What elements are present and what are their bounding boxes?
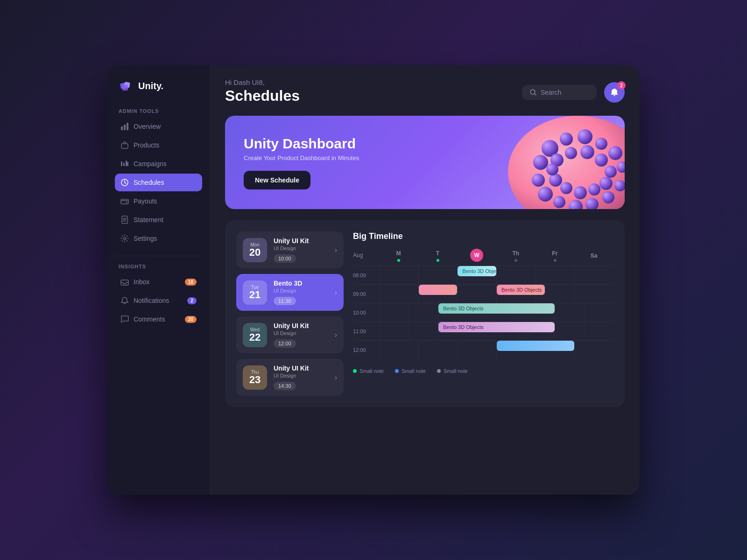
schedule-item-mon[interactable]: Mon 20 Unity UI Kit UI Design 10:00 › bbox=[236, 231, 344, 268]
timeline-cells-1000: Bento 3D Objects bbox=[379, 303, 613, 322]
schedule-item-thu[interactable]: Thu 23 Unity UI Kit UI Design 14:30 › bbox=[236, 359, 344, 396]
hero-blob bbox=[405, 116, 625, 209]
clock-icon bbox=[120, 178, 129, 187]
svg-point-37 bbox=[605, 166, 617, 178]
timeline-row-0800: 08:00 Bento 3D Objects bbox=[353, 266, 613, 284]
header-greeting: Hi Dash UI8, bbox=[225, 78, 300, 86]
sidebar-item-overview-label: Overview bbox=[134, 123, 161, 130]
sidebar-item-overview[interactable]: Overview bbox=[115, 118, 202, 135]
timeline-day-fr: Fr bbox=[536, 249, 575, 262]
schedule-type-mon: UI Design bbox=[274, 245, 328, 251]
timeline-day-m: M bbox=[379, 249, 418, 262]
logo-icon bbox=[119, 78, 134, 93]
blob-decoration bbox=[447, 116, 625, 209]
cell-fr-1000 bbox=[584, 303, 613, 322]
comments-badge: 20 bbox=[185, 316, 197, 323]
day-label-m: M bbox=[396, 250, 401, 257]
page-title: Schedules bbox=[225, 87, 300, 105]
date-num-tue: 21 bbox=[249, 290, 261, 300]
cell-sa-0900 bbox=[574, 285, 613, 303]
search-bar[interactable]: Search bbox=[522, 85, 597, 100]
sidebar-item-inbox[interactable]: Inbox 18 bbox=[115, 273, 202, 291]
header-right: Search 2 bbox=[522, 82, 625, 103]
sidebar-item-campaigns[interactable]: Campaigns bbox=[115, 155, 202, 173]
cell-w-1100: Bento 3D Objects bbox=[438, 322, 555, 340]
day-label-sa: Sa bbox=[591, 252, 598, 259]
new-schedule-button[interactable]: New Schedule bbox=[244, 171, 310, 189]
time-label-0900: 09:00 bbox=[353, 291, 379, 297]
legend-item-gray: Small note bbox=[437, 368, 468, 374]
sidebar-divider bbox=[115, 256, 202, 256]
logo-area: Unity. bbox=[115, 78, 202, 93]
sidebar-item-comments[interactable]: Comments 20 bbox=[115, 310, 202, 328]
sidebar-item-campaigns-label: Campaigns bbox=[134, 160, 167, 168]
cell-th-1200 bbox=[496, 341, 574, 359]
svg-point-40 bbox=[574, 186, 587, 199]
cell-sa-0800 bbox=[574, 266, 613, 284]
schedule-item-tue[interactable]: Tue 21 Bento 3D UI Design 11:30 › bbox=[236, 274, 344, 311]
cell-fr-0800 bbox=[536, 266, 575, 284]
bag-icon bbox=[120, 141, 129, 149]
legend-dot-blue bbox=[395, 369, 399, 373]
svg-point-42 bbox=[549, 174, 562, 187]
svg-rect-5 bbox=[127, 123, 128, 130]
svg-point-22 bbox=[595, 138, 607, 150]
legend-label-green: Small note bbox=[359, 368, 384, 374]
hero-banner: Unity Dashboard Create Your Product Dash… bbox=[225, 116, 625, 209]
sidebar-item-payouts-label: Payouts bbox=[134, 197, 157, 205]
bell-badge: 2 bbox=[617, 81, 626, 90]
svg-point-15 bbox=[124, 238, 126, 240]
schedule-name-mon: Unity UI Kit bbox=[274, 237, 328, 245]
chevron-icon-thu: › bbox=[335, 373, 337, 382]
day-dot-fr bbox=[554, 259, 557, 262]
gear-icon bbox=[120, 234, 129, 243]
sidebar-item-schedules[interactable]: Schedules bbox=[115, 174, 202, 191]
cell-m-1100 bbox=[379, 322, 409, 340]
schedule-time-wed: 12:00 bbox=[274, 339, 296, 348]
svg-point-38 bbox=[599, 177, 613, 190]
schedule-list: Mon 20 Unity UI Kit UI Design 10:00 › Tu… bbox=[236, 231, 344, 396]
chat-icon bbox=[120, 315, 129, 323]
day-label-th: Th bbox=[513, 250, 520, 257]
insights-section-label: Insights bbox=[115, 264, 202, 269]
schedule-item-wed[interactable]: Wed 22 Unity UI Kit UI Design 12:00 › bbox=[236, 316, 344, 353]
timeline-cells-0800: Bento 3D Objects bbox=[379, 266, 613, 284]
wallet-icon bbox=[120, 197, 129, 205]
timeline-day-t: T bbox=[418, 249, 458, 262]
sidebar-item-settings[interactable]: Settings bbox=[115, 230, 202, 247]
sidebar-item-statement[interactable]: Statement bbox=[115, 211, 202, 229]
app-container: Unity. Admin tools Overview Products bbox=[107, 65, 640, 495]
bar-icon bbox=[120, 160, 129, 168]
sidebar-item-products-label: Products bbox=[134, 141, 159, 149]
timeline-row-1000: 10:00 Bento 3D Objects bbox=[353, 303, 613, 322]
chevron-icon-wed: › bbox=[335, 331, 337, 339]
svg-rect-8 bbox=[123, 163, 125, 166]
hero-title: Unity Dashboard bbox=[244, 136, 356, 152]
svg-rect-4 bbox=[124, 125, 126, 130]
sidebar-item-payouts[interactable]: Payouts bbox=[115, 192, 202, 210]
cell-t-0900 bbox=[418, 285, 458, 303]
cell-th-0900: Bento 3D Objects bbox=[496, 285, 536, 303]
day-dot-m bbox=[397, 259, 400, 262]
timeline-day-th: Th bbox=[496, 249, 536, 262]
chevron-icon-mon: › bbox=[335, 246, 337, 254]
schedule-name-wed: Unity UI Kit bbox=[274, 322, 328, 329]
svg-rect-7 bbox=[121, 161, 122, 166]
svg-point-23 bbox=[608, 146, 622, 160]
svg-rect-9 bbox=[126, 161, 127, 166]
timeline-legend: Small note Small note Small note bbox=[353, 364, 613, 374]
cell-th-1100 bbox=[555, 322, 584, 340]
legend-label-gray: Small note bbox=[444, 368, 468, 374]
notifications-badge: 2 bbox=[187, 297, 197, 304]
sidebar-item-notifications[interactable]: Notifications 2 bbox=[115, 292, 202, 309]
schedule-info-thu: Unity UI Kit UI Design 14:30 bbox=[274, 364, 328, 390]
cell-th-1000 bbox=[555, 303, 584, 322]
bar-bento3d-0800: Bento 3D Objects bbox=[458, 266, 496, 276]
sidebar-item-products[interactable]: Products bbox=[115, 136, 202, 154]
day-label-t: T bbox=[436, 250, 439, 257]
sidebar-item-notifications-label: Notifications bbox=[134, 297, 169, 304]
bell-header-icon bbox=[610, 88, 619, 97]
timeline-days: M T W bbox=[379, 249, 613, 262]
notification-bell[interactable]: 2 bbox=[604, 82, 625, 103]
time-label-1000: 10:00 bbox=[353, 310, 379, 315]
